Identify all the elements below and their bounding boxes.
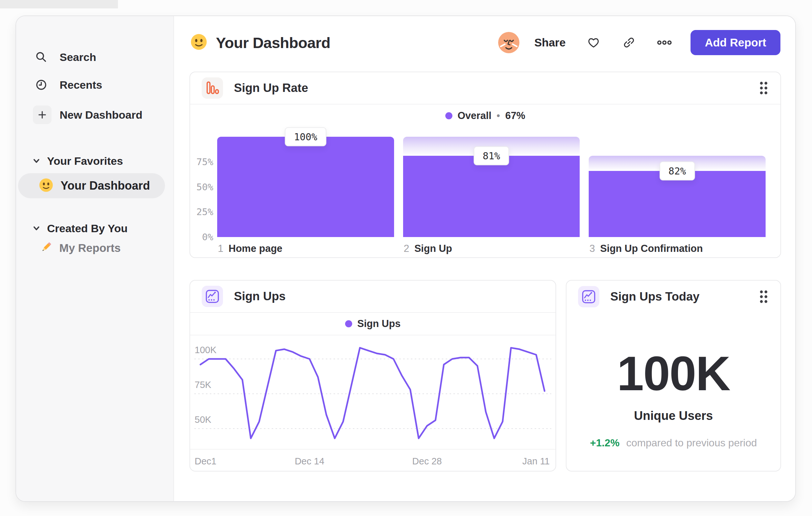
- funnel-legend: Overall • 67%: [190, 105, 780, 127]
- sidebar-section-favorites[interactable]: Your Favorites: [16, 149, 173, 173]
- funnel-y-axis: 75%50%25%0%: [193, 137, 213, 237]
- bar-chart-icon: [202, 77, 223, 99]
- conversion-tooltip: 100%: [285, 127, 326, 146]
- stat-delta-row: +1.2% compared to previous period: [567, 437, 780, 449]
- funnel-y-tick: 75%: [197, 156, 213, 167]
- conversion-tooltip: 81%: [474, 146, 509, 165]
- favorite-heart-icon[interactable]: [586, 35, 601, 50]
- sidebar-item-new-dashboard[interactable]: New Dashboard: [16, 99, 173, 131]
- copy-link-icon[interactable]: [621, 35, 636, 50]
- add-report-button[interactable]: Add Report: [691, 30, 780, 55]
- sidebar-item-recents[interactable]: Recents: [16, 71, 173, 99]
- smiley-emoji-icon: [39, 178, 54, 194]
- sidebar-item-label: Search: [60, 51, 96, 63]
- chevron-down-icon: [32, 224, 40, 234]
- pencil-emoji-icon: [39, 241, 53, 255]
- browser-edge-artifact: [0, 0, 118, 8]
- step-name: Sign Up Confirmation: [600, 243, 703, 254]
- legend-label: Overall: [458, 110, 491, 121]
- sign-ups-card: Sign Ups Sign Ups 100K75K50K Dec1Dec 14D…: [190, 280, 556, 471]
- sign-ups-plot: 100K75K50K: [195, 339, 551, 449]
- clock-icon: [34, 78, 48, 92]
- sidebar: Search Recents New Dashboard Your Favori…: [16, 16, 174, 501]
- legend-separator: •: [497, 110, 500, 121]
- sidebar-item-your-dashboard[interactable]: Your Dashboard: [18, 173, 165, 198]
- step-name: Sign Up: [414, 243, 452, 254]
- x-tick-label: Dec 14: [295, 456, 324, 467]
- sign-up-rate-card: Sign Up Rate Overall • 67% 75%50%25%0% 1…: [190, 72, 781, 258]
- line-legend: Sign Ups: [190, 313, 555, 335]
- line-chart-icon: [578, 286, 599, 307]
- legend-dot: [345, 320, 352, 327]
- funnel-bars: 100%1Home page81%2Sign Up82%3Sign Up Con…: [217, 137, 765, 237]
- sidebar-item-search[interactable]: Search: [16, 43, 173, 71]
- page-header: Your Dashboard Share Add Report: [190, 28, 780, 57]
- card-title: Sign Ups: [234, 290, 286, 303]
- main-content: Your Dashboard Share Add Report: [174, 16, 795, 501]
- legend-dot: [445, 112, 453, 119]
- sidebar-item-my-reports[interactable]: My Reports: [16, 241, 173, 255]
- x-tick-label: Dec1: [195, 456, 216, 467]
- funnel-y-tick: 25%: [197, 207, 213, 217]
- funnel-y-tick: 0%: [202, 232, 213, 243]
- funnel-bar-home-page[interactable]: 100%1Home page: [217, 137, 394, 237]
- x-tick-label: Dec 28: [412, 456, 442, 467]
- stat-value-label: Unique Users: [567, 409, 780, 423]
- sign-ups-chart-svg: [195, 339, 551, 449]
- chevron-down-icon: [32, 156, 40, 166]
- funnel-bar-sign-up[interactable]: 81%2Sign Up: [403, 137, 580, 237]
- funnel-step-label: 1Home page: [218, 243, 282, 254]
- card-title: Sign Up Rate: [234, 81, 308, 95]
- sign-ups-today-card: Sign Ups Today 100K Unique Users +1.2% c…: [566, 280, 781, 471]
- sidebar-item-label: New Dashboard: [60, 109, 142, 121]
- funnel-y-tick: 50%: [197, 182, 213, 193]
- step-number: 2: [404, 243, 409, 254]
- y-tick-label: 100K: [195, 345, 216, 355]
- page-title: Your Dashboard: [216, 34, 330, 52]
- conversion-tooltip: 82%: [660, 161, 695, 180]
- line-chart-icon: [202, 286, 223, 307]
- card-header: Sign Ups Today: [567, 280, 780, 313]
- more-options-icon[interactable]: [657, 35, 672, 50]
- header-actions: Share Add Report: [498, 30, 780, 55]
- bar-solid-segment: [217, 137, 394, 237]
- smiley-emoji-icon: [190, 33, 207, 52]
- sign-ups-x-axis: Dec1Dec 14Dec 28Jan 11: [190, 449, 555, 471]
- y-tick-label: 75K: [195, 380, 211, 390]
- card-header: Sign Up Rate: [190, 72, 780, 105]
- stat-value: 100K: [567, 348, 780, 399]
- funnel-bar-sign-up-confirmation[interactable]: 82%3Sign Up Confirmation: [589, 137, 765, 237]
- share-button[interactable]: Share: [534, 36, 566, 49]
- step-number: 1: [218, 243, 223, 254]
- sidebar-item-label: Your Dashboard: [61, 179, 150, 193]
- step-number: 3: [589, 243, 595, 254]
- app-window: Search Recents New Dashboard Your Favori…: [16, 16, 796, 502]
- bar-solid-segment: [589, 171, 765, 237]
- bar-solid-segment: [403, 156, 580, 237]
- delta-note: compared to previous period: [626, 437, 757, 449]
- y-tick-label: 50K: [195, 414, 211, 425]
- card-title: Sign Ups Today: [610, 290, 700, 303]
- sign-ups-line[interactable]: [200, 348, 545, 438]
- plus-icon: [33, 105, 52, 124]
- sidebar-item-label: My Reports: [59, 242, 121, 254]
- delta-percent: +1.2%: [590, 437, 620, 449]
- x-tick-label: Jan 11: [522, 456, 550, 467]
- legend-label: Sign Ups: [357, 318, 401, 330]
- step-name: Home page: [228, 243, 282, 254]
- card-header: Sign Ups: [190, 280, 555, 313]
- section-title: Your Favorites: [47, 155, 123, 167]
- sidebar-section-created-by-you[interactable]: Created By You: [16, 216, 173, 241]
- legend-value: 67%: [505, 110, 525, 121]
- drag-handle-icon[interactable]: [758, 81, 769, 96]
- section-title: Created By You: [47, 222, 127, 235]
- funnel-step-label: 3Sign Up Confirmation: [589, 243, 703, 254]
- sidebar-item-label: Recents: [60, 79, 102, 91]
- search-icon: [34, 50, 48, 64]
- drag-handle-icon[interactable]: [758, 289, 769, 304]
- avatar[interactable]: [498, 32, 519, 53]
- funnel-step-label: 2Sign Up: [404, 243, 452, 254]
